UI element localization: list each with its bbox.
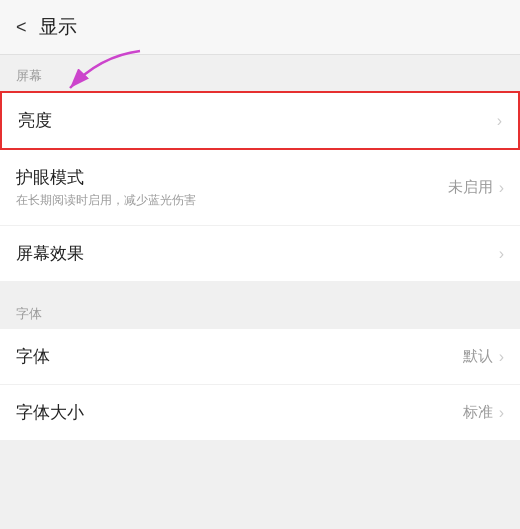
font-size-title: 字体大小	[16, 401, 84, 424]
eye-protection-subtitle: 在长期阅读时启用，减少蓝光伤害	[16, 192, 196, 209]
font-title: 字体	[16, 345, 50, 368]
font-item-right: 默认 ›	[463, 347, 504, 366]
settings-page: < 显示 屏幕 亮度 ›	[0, 0, 520, 529]
page-title: 显示	[39, 14, 77, 40]
font-item[interactable]: 字体 默认 ›	[0, 329, 520, 385]
screen-effect-item-left: 屏幕效果	[16, 242, 84, 265]
font-size-chevron-icon: ›	[499, 404, 504, 422]
screen-effect-title: 屏幕效果	[16, 242, 84, 265]
font-size-item[interactable]: 字体大小 标准 ›	[0, 385, 520, 440]
screen-section-wrapper: 亮度 › 护眼模式 在长期阅读时启用，减少蓝光伤害 未启用 ›	[0, 91, 520, 293]
brightness-title: 亮度	[18, 109, 52, 132]
font-size-item-right: 标准 ›	[463, 403, 504, 422]
brightness-item[interactable]: 亮度 ›	[0, 91, 520, 150]
font-item-left: 字体	[16, 345, 50, 368]
brightness-chevron-icon: ›	[497, 112, 502, 130]
eye-protection-value: 未启用	[448, 178, 493, 197]
font-size-item-left: 字体大小	[16, 401, 84, 424]
eye-protection-item-left: 护眼模式 在长期阅读时启用，减少蓝光伤害	[16, 166, 196, 209]
eye-protection-item[interactable]: 护眼模式 在长期阅读时启用，减少蓝光伤害 未启用 ›	[0, 150, 520, 226]
section-label-screen: 屏幕	[0, 55, 520, 91]
screen-effect-item-right: ›	[499, 245, 504, 263]
header: < 显示	[0, 0, 520, 55]
eye-protection-title: 护眼模式	[16, 166, 196, 189]
section-label-font: 字体	[0, 293, 520, 329]
back-icon[interactable]: <	[10, 15, 33, 40]
screen-effect-chevron-icon: ›	[499, 245, 504, 263]
font-value: 默认	[463, 347, 493, 366]
brightness-item-left: 亮度	[18, 109, 52, 132]
eye-protection-item-right: 未启用 ›	[448, 178, 504, 197]
font-size-value: 标准	[463, 403, 493, 422]
font-settings-group: 字体 默认 › 字体大小 标准 ›	[0, 329, 520, 440]
screen-settings-group: 亮度 › 护眼模式 在长期阅读时启用，减少蓝光伤害 未启用 ›	[0, 91, 520, 281]
eye-protection-chevron-icon: ›	[499, 179, 504, 197]
brightness-item-right: ›	[497, 112, 502, 130]
font-chevron-icon: ›	[499, 348, 504, 366]
screen-effect-item[interactable]: 屏幕效果 ›	[0, 226, 520, 281]
